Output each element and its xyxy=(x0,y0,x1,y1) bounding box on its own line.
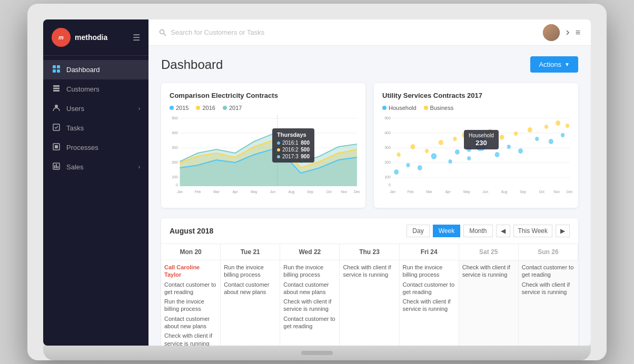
charts-row: Comparison Electricity Contracts 2015 20… xyxy=(161,83,578,208)
view-day-button[interactable]: Day xyxy=(407,225,429,237)
cal-task-mon-1[interactable]: Call Caroline Taylor xyxy=(164,264,217,279)
svg-point-57 xyxy=(418,165,422,170)
svg-text:May: May xyxy=(251,190,257,194)
cal-day-fri: Run the invoice billing process Contact … xyxy=(400,260,459,346)
legend-2016: 2016 xyxy=(196,105,215,111)
cal-header-sun: Sun 26 xyxy=(519,244,578,260)
svg-point-73 xyxy=(439,140,443,145)
legend-dot-2017 xyxy=(223,106,227,110)
users-icon xyxy=(52,104,61,113)
svg-rect-13 xyxy=(56,164,57,168)
svg-text:200: 200 xyxy=(172,160,178,165)
app-logo-text: methodia xyxy=(75,33,133,42)
top-bar: Search for Customers or Tasks ≡ xyxy=(148,19,591,46)
cal-task-wed-2: Contact customer about new plans xyxy=(283,281,336,296)
top-menu-icon[interactable]: ≡ xyxy=(576,28,580,37)
actions-label: Actions xyxy=(539,60,561,68)
svg-rect-2 xyxy=(53,69,56,73)
svg-point-60 xyxy=(455,149,460,155)
chart2-area: 500 400 300 200 100 0 xyxy=(382,115,570,199)
cal-header-wed: Wed 22 xyxy=(280,244,340,260)
cal-task-sun-2: Check with client if service is running xyxy=(522,281,575,296)
legend-label-2016: 2016 xyxy=(202,105,215,111)
legend-dot-2015 xyxy=(170,106,174,110)
svg-rect-14 xyxy=(57,166,58,168)
calendar-controls: Day Week Month ◀ This Week ▶ xyxy=(407,225,570,237)
svg-point-64 xyxy=(495,152,500,157)
avatar-image xyxy=(543,24,560,41)
svg-rect-3 xyxy=(57,69,60,73)
main-content: Search for Customers or Tasks ≡ Dashboar… xyxy=(148,19,591,346)
cal-task-thu-1: Check with client if service is running xyxy=(343,264,395,279)
svg-point-55 xyxy=(394,169,399,175)
svg-text:300: 300 xyxy=(384,145,391,150)
svg-rect-12 xyxy=(54,165,55,168)
svg-text:500: 500 xyxy=(172,116,178,121)
svg-text:Feb: Feb xyxy=(408,190,414,194)
app-logo-icon: m xyxy=(52,28,71,47)
cal-task-tue-2: Contact customer about new plans xyxy=(224,281,276,296)
svg-text:Apr: Apr xyxy=(232,190,238,194)
cal-header-thu: Thu 23 xyxy=(340,244,399,260)
calendar-week-label: This Week xyxy=(513,225,552,237)
sidebar-item-processes[interactable]: Processes xyxy=(43,138,148,157)
user-avatar[interactable] xyxy=(543,24,560,41)
sidebar-item-sales[interactable]: Sales › xyxy=(43,157,148,177)
svg-rect-5 xyxy=(53,88,60,89)
svg-rect-0 xyxy=(53,65,56,68)
dashboard-icon xyxy=(52,65,61,74)
svg-point-76 xyxy=(488,129,492,133)
svg-text:Dec: Dec xyxy=(567,190,573,194)
cal-task-sun-1: Contact customer to get reading xyxy=(522,264,575,279)
cal-header-tue: Tue 21 xyxy=(221,244,280,260)
svg-point-56 xyxy=(406,163,410,167)
tasks-icon xyxy=(52,124,61,133)
cal-task-mon-2: Contact customer to get reading xyxy=(164,281,217,296)
svg-point-74 xyxy=(453,137,457,141)
hamburger-icon[interactable]: ☰ xyxy=(133,33,140,43)
svg-text:Oct: Oct xyxy=(326,190,331,194)
page-content: Dashboard Actions ▼ Comparison Electrici… xyxy=(148,46,591,346)
svg-point-75 xyxy=(462,133,467,138)
cal-task-fri-3: Check with client if service is running xyxy=(403,298,455,313)
dashboard-label: Dashboard xyxy=(66,66,100,74)
actions-button[interactable]: Actions ▼ xyxy=(530,56,578,73)
svg-point-62 xyxy=(467,147,471,152)
calendar-next-button[interactable]: ▶ xyxy=(556,225,570,237)
legend-2015: 2015 xyxy=(170,105,189,111)
svg-text:Nov: Nov xyxy=(553,190,560,194)
chart-utility-services: Utility Services Contracts 2017 Househol… xyxy=(374,83,578,208)
svg-point-72 xyxy=(425,149,429,153)
svg-marker-30 xyxy=(180,132,357,186)
chart2-legend: Household Business xyxy=(382,105,570,111)
sidebar-navigation: Dashboard Customers xyxy=(43,56,148,346)
svg-point-63 xyxy=(474,137,487,151)
customers-label: Customers xyxy=(66,85,100,93)
calendar-grid: Mon 20 Tue 21 Wed 22 Thu 23 Fri 24 Sat 2… xyxy=(161,244,578,346)
sidebar-item-tasks[interactable]: Tasks xyxy=(43,118,148,138)
view-month-button[interactable]: Month xyxy=(463,225,492,237)
svg-text:Oct: Oct xyxy=(539,190,544,194)
search-icon xyxy=(159,29,166,36)
svg-text:300: 300 xyxy=(172,145,178,150)
sidebar-item-users[interactable]: Users › xyxy=(43,99,148,118)
svg-text:Jun: Jun xyxy=(482,190,488,194)
actions-dropdown-icon: ▼ xyxy=(564,62,570,67)
svg-text:200: 200 xyxy=(384,160,391,165)
svg-text:Apr: Apr xyxy=(445,190,451,194)
legend-2017: 2017 xyxy=(223,105,242,111)
svg-text:Aug: Aug xyxy=(501,190,507,194)
sales-icon xyxy=(52,163,61,171)
svg-point-71 xyxy=(410,144,415,149)
sidebar-item-customers[interactable]: Customers xyxy=(43,79,148,99)
svg-text:Feb: Feb xyxy=(195,190,201,194)
avatar-dropdown-icon[interactable] xyxy=(566,30,569,35)
svg-point-81 xyxy=(556,120,560,126)
cal-task-sat-1: Check with client if service is running xyxy=(462,264,515,279)
svg-rect-4 xyxy=(53,85,60,87)
sidebar-logo: m methodia ☰ xyxy=(43,19,148,56)
legend-label-business: Business xyxy=(430,105,454,111)
sidebar-item-dashboard[interactable]: Dashboard xyxy=(43,60,148,79)
calendar-prev-button[interactable]: ◀ xyxy=(496,225,510,237)
view-week-button[interactable]: Week xyxy=(433,225,460,237)
